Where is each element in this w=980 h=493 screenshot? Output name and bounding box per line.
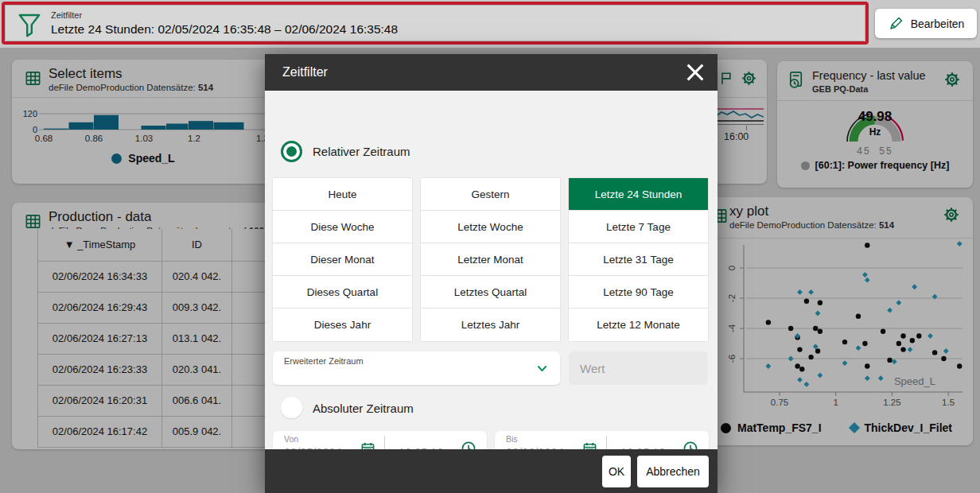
quick-select-button[interactable]: Dieser Monat [273, 243, 412, 276]
value-placeholder: Wert [580, 362, 605, 375]
quick-select-button[interactable]: Letzte 12 Monate [569, 309, 708, 341]
absolute-period-radio[interactable] [281, 397, 302, 418]
quick-select-button[interactable]: Letzte Woche [421, 211, 560, 243]
quick-select-button[interactable]: Letztes Jahr [421, 309, 560, 341]
quick-select-button[interactable]: Letzte 7 Tage [569, 211, 708, 243]
from-label: Von [284, 434, 298, 444]
dialog-header: Zeitfilter [265, 54, 718, 91]
quick-select-button[interactable]: Heute [273, 178, 412, 211]
quick-select-button[interactable]: Diese Woche [273, 211, 412, 243]
advanced-period-dropdown[interactable]: Erweiterter Zeitraum [273, 351, 560, 385]
advanced-period-label: Erweiterter Zeitraum [284, 356, 364, 366]
to-label: Bis [506, 434, 518, 444]
cancel-button[interactable]: Abbrechen [637, 456, 709, 487]
quick-select-column-1: HeuteDiese WocheDieser MonatDieses Quart… [273, 178, 412, 341]
quick-select-column-3: Letzte 24 StundenLetzte 7 TageLetzte 31 … [569, 178, 708, 341]
chevron-down-icon [535, 362, 549, 375]
timefilter-label: Zeitfilter [51, 10, 82, 20]
relative-period-radio[interactable] [281, 141, 302, 162]
edit-button[interactable]: Bearbeiten [875, 9, 977, 38]
quick-select-button[interactable]: Gestern [421, 178, 560, 211]
quick-select-button[interactable]: Letzte 31 Tage [569, 243, 708, 276]
ok-button[interactable]: OK [602, 456, 631, 487]
timefilter-summary-field[interactable]: Zeitfilter Letzte 24 Stunden: 02/05/2024… [2, 2, 869, 45]
quick-select-button[interactable]: Dieses Quartal [273, 276, 412, 309]
edit-button-label: Bearbeiten [911, 17, 965, 30]
close-icon[interactable] [684, 61, 706, 83]
pencil-icon [888, 15, 904, 32]
top-filter-bar: Zeitfilter Letzte 24 Stunden: 02/05/2024… [0, 0, 980, 48]
timefilter-value: Letzte 24 Stunden: 02/05/2024 16:35:48 –… [51, 22, 398, 37]
dialog-footer: OK Abbrechen [265, 449, 718, 493]
quick-select-button[interactable]: Letzte 90 Tage [569, 276, 708, 309]
filter-funnel-icon [18, 13, 41, 40]
timefilter-dialog: Zeitfilter Relativer Zeitraum HeuteDiese… [265, 54, 718, 493]
quick-select-button[interactable]: Letztes Quartal [421, 276, 560, 309]
value-input[interactable]: Wert [569, 351, 708, 385]
quick-select-button[interactable]: Dieses Jahr [273, 309, 412, 341]
dialog-title: Zeitfilter [282, 65, 328, 80]
absolute-period-label: Absoluter Zeitraum [313, 402, 414, 415]
dialog-body: Relativer Zeitraum HeuteDiese WocheDiese… [265, 91, 718, 449]
quick-select-column-2: GesternLetzte WocheLetzter MonatLetztes … [421, 178, 560, 341]
quick-select-button[interactable]: Letzter Monat [421, 243, 560, 276]
relative-period-label: Relativer Zeitraum [313, 145, 410, 158]
quick-select-button[interactable]: Letzte 24 Stunden [569, 178, 708, 211]
